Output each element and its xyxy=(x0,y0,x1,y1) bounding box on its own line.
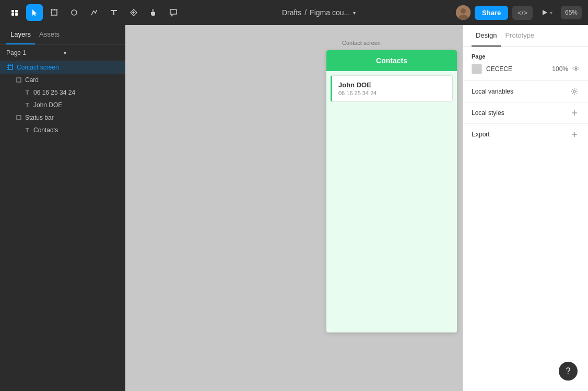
text-icon-2: T xyxy=(23,101,31,109)
play-button[interactable]: ▾ xyxy=(537,6,557,19)
tab-prototype[interactable]: Prototype xyxy=(501,25,538,47)
component-tool-button[interactable] xyxy=(125,4,142,21)
svg-rect-18 xyxy=(8,65,13,70)
page-opacity-label: 100% xyxy=(552,65,568,73)
layer-phone-label: 06 16 25 34 24 xyxy=(33,89,75,96)
layer-contacts-text[interactable]: T Contacts xyxy=(0,124,125,136)
share-button[interactable]: Share xyxy=(475,6,508,20)
svg-point-11 xyxy=(72,10,77,15)
canvas-frame-label: Contact screen xyxy=(342,40,381,46)
breadcrumb-file[interactable]: Figma cou... xyxy=(310,8,350,17)
avatar xyxy=(456,5,471,20)
layer-contacts-label: Contacts xyxy=(33,126,58,134)
text-icon: T xyxy=(23,88,31,97)
page-color-label: CECECE xyxy=(486,65,548,73)
text-tool-button[interactable] xyxy=(105,4,122,21)
frame-tool-button[interactable] xyxy=(46,4,63,21)
code-button[interactable]: </> xyxy=(512,6,533,20)
export-add-button[interactable] xyxy=(569,129,580,140)
shape-tool-button[interactable] xyxy=(66,4,83,21)
tab-layers[interactable]: Layers xyxy=(6,25,35,44)
tab-assets[interactable]: Assets xyxy=(35,25,64,44)
local-variables-row: Local variables xyxy=(463,81,588,102)
phone-header-text: Contacts xyxy=(376,56,407,65)
export-label: Export xyxy=(472,131,490,138)
code-icon: </> xyxy=(518,9,527,17)
layer-name-label: John DOE xyxy=(33,101,62,109)
toolbar-left xyxy=(6,4,182,21)
svg-line-34 xyxy=(576,89,577,90)
sidebar-tabs: Layers Assets xyxy=(0,25,125,45)
layer-status-bar-label: Status bar xyxy=(25,114,54,121)
svg-line-35 xyxy=(572,93,573,94)
phone-header: Contacts xyxy=(326,50,457,71)
local-variables-label: Local variables xyxy=(472,88,513,95)
page-section: Page CECECE 100% 👁 xyxy=(463,47,588,81)
hand-tool-button[interactable] xyxy=(145,4,162,21)
canvas[interactable]: Contact screen Contacts John DOE 06 16 2… xyxy=(125,25,463,391)
page-selector[interactable]: Page 1 ▾ xyxy=(0,45,125,61)
layer-status-bar[interactable]: Status bar xyxy=(0,111,125,124)
breadcrumb-dropdown-icon[interactable]: ▾ xyxy=(353,10,356,16)
svg-point-27 xyxy=(573,90,575,93)
main-content: Layers Assets Page 1 ▾ Contact screen Ca… xyxy=(0,25,588,391)
panel-tabs: Design Prototype xyxy=(463,25,588,47)
contact-phone: 06 16 25 34 24 xyxy=(338,90,446,96)
svg-point-15 xyxy=(461,8,466,14)
sidebar: Layers Assets Page 1 ▾ Contact screen Ca… xyxy=(0,25,125,391)
help-button[interactable]: ? xyxy=(559,362,578,381)
breadcrumb-drafts[interactable]: Drafts xyxy=(282,8,301,17)
local-variables-settings-button[interactable] xyxy=(569,86,580,97)
page-dropdown-icon: ▾ xyxy=(64,50,119,56)
local-styles-row: Local styles xyxy=(463,102,588,124)
page-color-row: CECECE 100% 👁 xyxy=(472,64,580,74)
phone-mockup[interactable]: Contacts John DOE 06 16 25 34 24 xyxy=(326,50,457,332)
visibility-icon[interactable]: 👁 xyxy=(572,65,580,73)
layer-card-label: Card xyxy=(25,76,39,84)
breadcrumb-separator: / xyxy=(304,8,307,17)
main-menu-button[interactable] xyxy=(6,4,23,21)
zoom-button[interactable]: 65% xyxy=(561,6,582,19)
layer-contact-screen[interactable]: Contact screen xyxy=(0,61,125,74)
svg-rect-4 xyxy=(52,10,57,15)
page-color-swatch[interactable] xyxy=(472,64,482,74)
frame-icon-2 xyxy=(15,76,23,84)
layer-name-text[interactable]: T John DOE xyxy=(0,99,125,111)
svg-line-32 xyxy=(572,89,573,90)
frame-icon xyxy=(6,63,15,72)
comment-tool-button[interactable] xyxy=(165,4,182,21)
svg-rect-2 xyxy=(11,13,14,16)
contact-card[interactable]: John DOE 06 16 25 34 24 xyxy=(331,75,453,102)
contact-name: John DOE xyxy=(338,81,446,89)
local-styles-add-button[interactable] xyxy=(569,108,580,118)
toolbar: Drafts / Figma cou... ▾ Share </> ▾ 65% xyxy=(0,0,588,25)
export-row: Export xyxy=(463,124,588,145)
layer-phone-text[interactable]: T 06 16 25 34 24 xyxy=(0,86,125,99)
tab-design[interactable]: Design xyxy=(472,25,501,47)
svg-rect-26 xyxy=(17,116,21,120)
move-tool-button[interactable] xyxy=(26,4,43,21)
toolbar-center: Drafts / Figma cou... ▾ xyxy=(186,8,452,17)
svg-marker-17 xyxy=(543,10,547,15)
text-icon-3: T xyxy=(23,126,31,134)
local-styles-label: Local styles xyxy=(472,109,504,117)
pen-tool-button[interactable] xyxy=(86,4,102,21)
layer-contact-screen-label: Contact screen xyxy=(17,64,59,71)
svg-line-33 xyxy=(576,93,577,94)
right-panel: Design Prototype Page CECECE 100% 👁 Loca… xyxy=(463,25,588,391)
page-name: Page 1 xyxy=(6,49,62,56)
svg-rect-25 xyxy=(17,78,21,82)
svg-rect-3 xyxy=(15,13,18,16)
breadcrumb: Drafts / Figma cou... ▾ xyxy=(282,8,356,17)
frame-icon-3 xyxy=(15,113,23,122)
toolbar-right: Share </> ▾ 65% xyxy=(456,5,582,20)
page-section-title: Page xyxy=(472,53,580,60)
play-dropdown-icon: ▾ xyxy=(550,10,552,16)
svg-rect-0 xyxy=(11,10,14,13)
layer-card[interactable]: Card xyxy=(0,74,125,86)
phone-content: John DOE 06 16 25 34 24 xyxy=(326,71,457,109)
svg-rect-1 xyxy=(15,10,18,13)
